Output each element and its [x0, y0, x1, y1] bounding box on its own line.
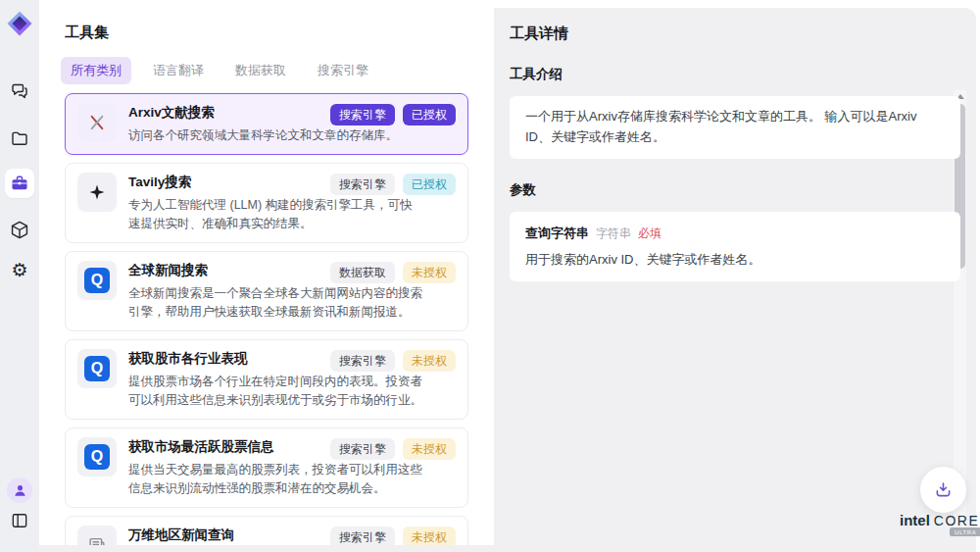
tab-1[interactable]: 语言翻译	[143, 57, 214, 84]
tab-3[interactable]: 搜索引擎	[308, 57, 378, 84]
parameter-name: 查询字符串	[525, 225, 589, 242]
intel-wordmark: intel	[900, 512, 930, 528]
toolbox-icon-active[interactable]	[5, 169, 34, 198]
status-badge: 未授权	[403, 262, 456, 283]
tool-description: 全球新闻搜索是一个聚合全球各大新闻网站内容的搜索引擎，帮助用户快速获取全球最新资…	[128, 284, 424, 322]
main-area: 工具集 所有类别语言翻译数据获取搜索引擎 Arxiv文献搜索 访问各个研究领域大…	[39, 8, 976, 552]
panel-toggle-icon[interactable]	[10, 511, 29, 530]
blue-q-icon: Q	[77, 349, 117, 388]
tool-list-panel: 工具集 所有类别语言翻译数据获取搜索引擎 Arxiv文献搜索 访问各个研究领域大…	[39, 8, 494, 545]
tool-description: 专为人工智能代理 (LLM) 构建的搜索引擎工具，可快速提供实时、准确和真实的结…	[128, 196, 424, 233]
tool-card-0-selected[interactable]: Arxiv文献搜索 访问各个研究领域大量科学论文和文章的存储库。 搜索引擎 已授…	[65, 93, 468, 155]
folder-icon[interactable]	[10, 128, 30, 149]
status-badge: 已授权	[403, 174, 456, 195]
sidebar-rail: ⚙	[0, 0, 39, 552]
category-badge: 搜索引擎	[330, 527, 395, 545]
chat-icon[interactable]	[10, 81, 30, 102]
parameter-header: 查询字符串 字符串 必填	[525, 225, 945, 242]
parameter-card: 查询字符串 字符串 必填 用于搜索的Arxiv ID、关键字或作者姓名。	[510, 212, 960, 281]
newspaper-icon	[77, 526, 117, 545]
arxiv-icon	[77, 103, 117, 142]
package-icon[interactable]	[10, 220, 30, 240]
ultra-badge: ultra	[950, 527, 980, 536]
blue-q-icon: Q	[77, 437, 117, 477]
category-badge: 搜索引擎	[330, 350, 395, 372]
tool-card-4[interactable]: Q 获取市场最活跃股票信息 提供当天交易量最高的股票列表，投资者可以利用这些信息…	[65, 427, 468, 508]
tab-0[interactable]: 所有类别	[61, 57, 131, 84]
app-logo	[7, 11, 32, 36]
tool-card-5[interactable]: 万维地区新闻查询 查询具体行政区划内的新闻，快速了解各地新闻动 搜索引擎 未授权	[65, 516, 468, 545]
category-tabs: 所有类别语言翻译数据获取搜索引擎	[61, 57, 494, 84]
tool-card-1[interactable]: Tavily搜索 专为人工智能代理 (LLM) 构建的搜索引擎工具，可快速提供实…	[65, 163, 468, 243]
blue-q-logo: Q	[84, 356, 110, 381]
status-badge: 已授权	[403, 104, 456, 125]
intro-section-label: 工具介绍	[510, 66, 960, 83]
status-badge: 未授权	[403, 350, 456, 372]
tool-card-2[interactable]: Q 全球新闻搜索 全球新闻搜索是一个聚合全球各大新闻网站内容的搜索引擎，帮助用户…	[65, 251, 468, 331]
blue-q-icon: Q	[77, 261, 117, 300]
tool-card-3[interactable]: Q 获取股市各行业表现 提供股票市场各个行业在特定时间段内的表现。投资者可以利用…	[65, 339, 468, 420]
core-wordmark: CORE	[934, 513, 979, 528]
tool-description: 访问各个研究领域大量科学论文和文章的存储库。	[128, 126, 424, 145]
user-icon[interactable]	[7, 477, 32, 503]
tab-2[interactable]: 数据获取	[225, 57, 296, 84]
download-icon	[933, 479, 954, 500]
category-badge: 搜索引擎	[330, 174, 395, 195]
category-badge: 数据获取	[330, 262, 395, 283]
tool-intro-text: 一个用于从Arxiv存储库搜索科学论文和文章的工具。 输入可以是Arxiv ID…	[510, 96, 960, 159]
category-badge: 搜索引擎	[330, 104, 395, 125]
tool-detail-panel: 工具详情 工具介绍 一个用于从Arxiv存储库搜索科学论文和文章的工具。 输入可…	[494, 8, 976, 552]
settings-gear-icon[interactable]: ⚙	[11, 261, 27, 279]
status-badge: 未授权	[403, 438, 456, 460]
status-badge: 未授权	[403, 527, 456, 545]
params-section-label: 参数	[510, 181, 960, 199]
download-button[interactable]	[920, 467, 966, 513]
detail-title: 工具详情	[510, 25, 960, 43]
parameter-type: 字符串	[596, 226, 631, 242]
blue-q-logo: Q	[84, 268, 110, 293]
category-badge: 搜索引擎	[330, 438, 395, 460]
tool-description: 提供当天交易量最高的股票列表，投资者可以利用这些信息来识别流动性强的股票和潜在的…	[128, 461, 424, 498]
tool-description: 提供股票市场各个行业在特定时间段内的表现。投资者可以利用这些信息来识别表现优于或…	[128, 373, 424, 410]
page-title: 工具集	[65, 24, 494, 42]
blue-q-logo: Q	[84, 444, 110, 470]
parameter-required-badge: 必填	[638, 226, 662, 242]
tool-card-list: Arxiv文献搜索 访问各个研究领域大量科学论文和文章的存储库。 搜索引擎 已授…	[65, 93, 468, 545]
parameter-description: 用于搜索的Arxiv ID、关键字或作者姓名。	[525, 251, 945, 269]
intel-core-logo: intelCORE ultra	[900, 512, 979, 529]
tavily-star-icon	[77, 173, 117, 212]
